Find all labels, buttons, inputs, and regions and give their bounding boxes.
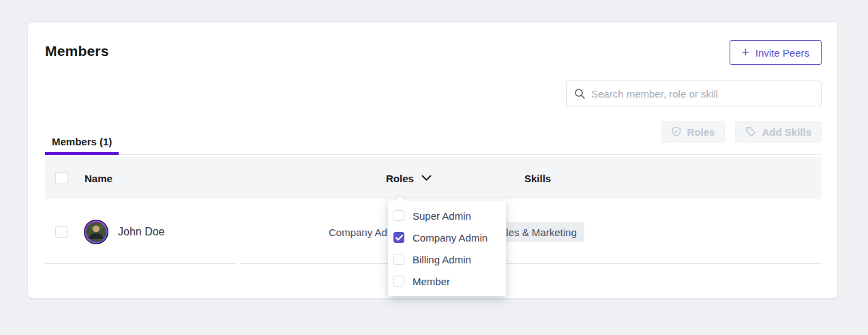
dropdown-option-label: Member (413, 276, 450, 287)
dropdown-option-label: Super Admin (413, 210, 471, 222)
search-icon (574, 88, 586, 100)
column-header-name: Name (85, 173, 113, 184)
dropdown-option-label: Company Admin (413, 232, 488, 244)
chevron-down-icon (421, 175, 432, 181)
roles-filter-dropdown: Super Admin Company Admin Billing Admin … (388, 201, 506, 296)
dropdown-option-billing-admin[interactable]: Billing Admin (388, 248, 506, 270)
row-divider (241, 263, 822, 264)
invite-peers-label: Invite Peers (755, 47, 809, 59)
page-background: { "page": { "title": "Members" }, "toolb… (0, 0, 868, 335)
tab-members[interactable]: Members (1) (45, 131, 119, 155)
dropdown-option-member[interactable]: Member (388, 270, 506, 292)
row-divider (45, 263, 236, 264)
plus-icon: + (742, 46, 749, 59)
roles-button[interactable]: Roles (661, 121, 725, 143)
checkbox-member[interactable] (393, 276, 404, 287)
search-input[interactable] (591, 88, 813, 100)
members-card: Members + Invite Peers Members (1) Role (27, 21, 838, 299)
column-header-skills: Skills (524, 173, 551, 184)
shield-check-icon (671, 126, 682, 137)
checkbox-super-admin[interactable] (393, 210, 404, 221)
page-title: Members (45, 43, 109, 59)
member-name: John Doe (118, 226, 165, 238)
select-all-checkbox[interactable] (55, 172, 68, 184)
invite-peers-button[interactable]: + Invite Peers (730, 40, 822, 65)
dropdown-option-label: Billing Admin (413, 254, 471, 265)
checkbox-billing-admin[interactable] (393, 254, 404, 265)
roles-button-label: Roles (687, 126, 715, 138)
tab-members-label: Members (1) (52, 136, 112, 147)
row-checkbox[interactable] (55, 226, 68, 238)
search-box[interactable] (566, 81, 822, 106)
dropdown-option-company-admin[interactable]: Company Admin (388, 227, 506, 248)
table-header-row: Name Roles Skills (45, 157, 822, 199)
add-skills-button[interactable]: Add Skills (735, 121, 822, 143)
bulk-actions: Roles Add Skills (661, 121, 822, 143)
checkbox-company-admin[interactable] (393, 232, 404, 243)
column-header-roles-label: Roles (386, 173, 414, 184)
column-header-roles[interactable]: Roles (386, 173, 432, 184)
avatar (84, 220, 108, 244)
add-skills-button-label: Add Skills (762, 126, 811, 138)
dropdown-option-super-admin[interactable]: Super Admin (388, 205, 506, 227)
tag-icon (745, 126, 756, 137)
